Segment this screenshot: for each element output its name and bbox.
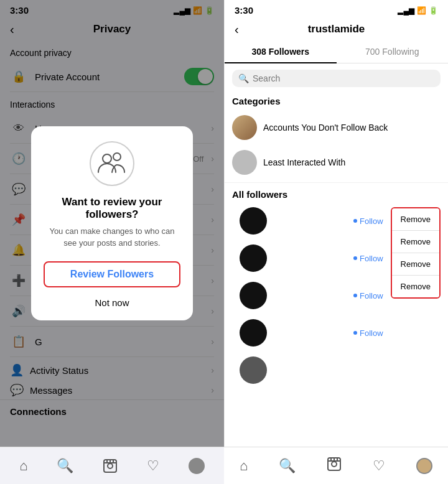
modal-subtitle: You can make changes to who can see your… (44, 226, 180, 248)
follow-dot-3 (353, 294, 357, 297)
tabs-bar: 308 Followers 700 Following (225, 40, 448, 63)
remove-button-3[interactable]: Remove (392, 253, 439, 276)
home-icon-left[interactable]: ⌂ (19, 458, 27, 474)
follower-row-1: Follow (232, 202, 391, 240)
follow-button-1[interactable]: Follow (353, 216, 383, 226)
remove-button-4[interactable]: Remove (392, 276, 439, 297)
category-text-2: Least Interacted With (263, 157, 345, 167)
reels-icon-right[interactable] (327, 457, 342, 475)
svg-point-3 (108, 463, 113, 468)
nav-header-right: ‹ trustlamide (225, 18, 448, 40)
follow-button-4[interactable]: Follow (353, 328, 383, 338)
remove-button-2[interactable]: Remove (392, 231, 439, 253)
search-icon-bottom-right[interactable]: 🔍 (279, 458, 296, 474)
follower-avatar-3 (240, 282, 267, 309)
home-icon-right[interactable]: ⌂ (240, 458, 248, 474)
review-followers-modal: Want to review your followers? You can m… (31, 126, 193, 320)
search-icon-left[interactable]: 🔍 (57, 458, 73, 474)
search-icon-right: 🔍 (238, 73, 249, 83)
follow-button-2[interactable]: Follow (353, 254, 383, 263)
status-bar-right: 3:30 ▂▄▆ 📶 🔋 (225, 0, 448, 18)
time-right: 3:30 (235, 5, 253, 16)
tab-followers[interactable]: 308 Followers (225, 40, 337, 63)
follower-avatar-5 (240, 356, 267, 384)
bottom-nav-left: ⌂ 🔍 ♡ (0, 447, 224, 484)
username-title: trustlamide (308, 23, 365, 35)
svg-point-1 (113, 153, 121, 161)
not-now-button[interactable]: Not now (95, 295, 129, 310)
follow-dot-4 (353, 331, 357, 335)
modal-people-icon (90, 141, 134, 186)
category-avatar-1 (232, 115, 257, 140)
profile-avatar-left[interactable] (189, 458, 205, 474)
status-icons-right: ▂▄▆ 📶 🔋 (398, 6, 438, 15)
search-bar[interactable]: 🔍 (232, 70, 441, 87)
wifi-icon-right: 📶 (417, 6, 426, 15)
modal-overlay: Want to review your followers? You can m… (0, 0, 224, 447)
follower-avatar-4 (240, 319, 267, 347)
all-followers-title: All followers (225, 185, 448, 202)
follower-row-5 (232, 351, 391, 389)
left-panel: 3:30 ▂▄▆ 📶 🔋 ‹ Privacy Account privacy 🔒… (0, 0, 224, 484)
search-input[interactable] (253, 73, 434, 83)
category-item-1[interactable]: Accounts You Don't Follow Back (225, 110, 448, 145)
heart-icon-right[interactable]: ♡ (373, 458, 385, 474)
follower-row-4: Follow (232, 314, 391, 351)
bottom-nav-right: ⌂ 🔍 ♡ (224, 447, 448, 484)
category-text-1: Accounts You Don't Follow Back (263, 123, 388, 133)
followers-list: Follow Follow Follow (232, 202, 391, 389)
follower-avatar-1 (240, 207, 267, 235)
category-avatar-2 (232, 150, 257, 175)
battery-icon-right: 🔋 (429, 6, 438, 15)
remove-button-1[interactable]: Remove (392, 208, 439, 231)
review-followers-button[interactable]: Review Followers (44, 261, 180, 287)
category-item-2[interactable]: Least Interacted With (225, 145, 448, 180)
follow-button-3[interactable]: Follow (353, 291, 383, 300)
signal-icon-right: ▂▄▆ (398, 6, 414, 15)
modal-title: Want to review your followers? (44, 196, 180, 221)
svg-point-0 (103, 154, 111, 163)
remove-buttons-group: Remove Remove Remove Remove (391, 207, 441, 299)
reels-icon-left[interactable] (103, 458, 118, 473)
follower-row-3: Follow (232, 277, 391, 314)
svg-point-9 (332, 462, 337, 467)
tab-following[interactable]: 700 Following (337, 40, 449, 63)
profile-avatar-right[interactable] (416, 458, 432, 474)
divider-1 (225, 182, 448, 183)
follow-dot-1 (353, 219, 357, 223)
heart-icon-left[interactable]: ♡ (147, 458, 159, 474)
back-button-right[interactable]: ‹ (235, 22, 239, 37)
right-panel: 3:30 ▂▄▆ 📶 🔋 ‹ trustlamide 308 Followers… (224, 0, 448, 484)
categories-title: Categories (225, 93, 448, 110)
follower-row-2: Follow (232, 240, 391, 277)
followers-with-remove: Follow Follow Follow (225, 202, 448, 389)
follower-avatar-2 (240, 244, 267, 272)
follow-dot-2 (353, 256, 357, 260)
